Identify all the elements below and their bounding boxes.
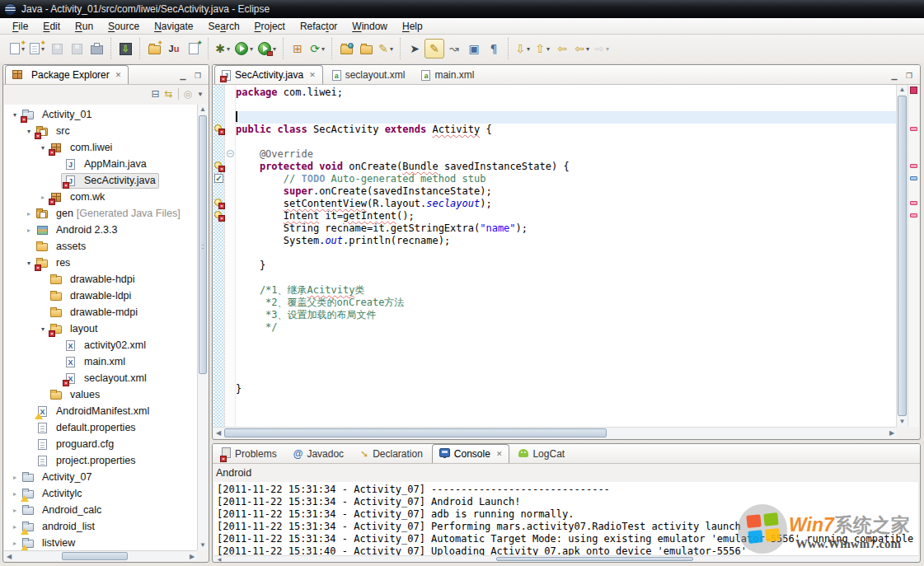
tree-item-drawable-ldpi[interactable]: drawable-ldpi bbox=[4, 288, 197, 304]
scrollbar-thumb[interactable] bbox=[62, 552, 128, 560]
task-overview-marker[interactable] bbox=[910, 176, 917, 180]
minimize-icon[interactable]: ▁ bbox=[889, 71, 900, 81]
tree-item-assets[interactable]: assets bbox=[4, 238, 197, 255]
open-task-icon[interactable] bbox=[336, 39, 356, 58]
menu-search[interactable]: Search bbox=[201, 19, 247, 34]
close-icon[interactable]: ✕ bbox=[496, 450, 503, 458]
scrollbar-thumb[interactable] bbox=[898, 96, 907, 416]
error-lightbulb-icon[interactable]: × bbox=[213, 198, 225, 209]
filters-icon[interactable]: ◎ bbox=[184, 88, 192, 100]
tree-item-drawable-mdpi[interactable]: drawable-mdpi bbox=[4, 304, 197, 320]
tree-item-res[interactable]: ▾×res bbox=[4, 255, 197, 271]
new-java-package-icon[interactable]: ✦ bbox=[144, 39, 164, 58]
error-lightbulb-icon[interactable]: × bbox=[213, 161, 225, 172]
show-source-icon[interactable]: ↝ bbox=[444, 39, 464, 58]
scroll-left-icon[interactable]: ◀ bbox=[214, 556, 224, 562]
junit-icon[interactable]: Ju bbox=[164, 39, 184, 58]
tree-item-main-xml[interactable]: Xmain.xml bbox=[4, 353, 197, 370]
scroll-down-icon[interactable]: ▼ bbox=[198, 540, 208, 550]
task-check-icon[interactable]: ✓ bbox=[213, 173, 225, 185]
tree-item-gen[interactable]: ▸gen [Generated Java Files] bbox=[4, 205, 197, 222]
scroll-down-icon[interactable]: ▼ bbox=[897, 417, 908, 427]
menu-source[interactable]: Source bbox=[101, 19, 147, 34]
menu-refactor[interactable]: Refactor bbox=[293, 19, 345, 34]
tree-item-android-2-3-3[interactable]: ▸Android 2.3.3 bbox=[4, 222, 197, 238]
menu-run[interactable]: Run bbox=[68, 19, 101, 34]
expand-arrow-icon[interactable]: ▸ bbox=[25, 210, 33, 218]
tree-item-activity02-xml[interactable]: Xactivity02.xml bbox=[4, 337, 197, 353]
scroll-left-icon[interactable]: ◀ bbox=[4, 551, 14, 561]
forward-icon[interactable]: ⇨▾ bbox=[592, 39, 612, 58]
console-tab-console[interactable]: Console✕ bbox=[432, 444, 510, 463]
console-tab-declaration[interactable]: ➘Declaration bbox=[353, 444, 430, 463]
editor-tab-secactivity-java[interactable]: J×SecActivity.java✕ bbox=[214, 65, 323, 84]
debug-icon[interactable]: ✱▾ bbox=[213, 39, 232, 58]
view-menu-icon[interactable]: ▼ bbox=[197, 91, 204, 98]
tree-item-layout[interactable]: ▾×layout bbox=[4, 320, 197, 337]
new-wizard-icon[interactable]: ✦▾ bbox=[7, 39, 27, 58]
tree-item-com-liwei[interactable]: ▾×com.liwei bbox=[4, 139, 197, 156]
scroll-up-icon[interactable]: ▲ bbox=[897, 85, 908, 95]
tree-item-appmain-java[interactable]: JAppMain.java bbox=[4, 156, 197, 172]
fold-collapse-icon[interactable]: − bbox=[227, 150, 234, 157]
scrollbar-thumb[interactable] bbox=[496, 557, 693, 561]
tree-item-androidmanifest-xml[interactable]: XAndroidManifest.xml bbox=[4, 403, 197, 419]
maximize-icon[interactable]: ❐ bbox=[903, 71, 915, 81]
expand-arrow-icon[interactable]: ▸ bbox=[11, 474, 19, 481]
minimize-icon[interactable]: ▁ bbox=[177, 71, 189, 81]
error-overview-marker[interactable] bbox=[910, 127, 917, 131]
error-overview-marker[interactable] bbox=[910, 164, 917, 168]
error-lightbulb-icon[interactable]: × bbox=[213, 124, 225, 135]
expand-arrow-icon[interactable]: ▸ bbox=[11, 490, 19, 498]
collapse-arrow-icon[interactable]: ▾ bbox=[25, 128, 33, 135]
tree-item-android-list[interactable]: ▸android_list bbox=[4, 518, 197, 535]
refresh-icon[interactable]: ⟳▾ bbox=[307, 39, 327, 58]
project-tree[interactable]: ▾×Activity_01▾×src▾×com.liweiJAppMain.ja… bbox=[4, 105, 197, 550]
tree-item-android-calc[interactable]: ▸Android_calc bbox=[4, 502, 197, 518]
expand-arrow-icon[interactable]: ▸ bbox=[11, 540, 19, 547]
toggle-step-filters-icon[interactable]: ➤ bbox=[405, 39, 424, 58]
last-edit-location-icon[interactable]: ⇦ bbox=[552, 39, 572, 58]
collapse-arrow-icon[interactable]: ▾ bbox=[25, 260, 33, 267]
expand-arrow-icon[interactable]: ▸ bbox=[25, 227, 33, 234]
console-output[interactable]: [2011-11-22 15:31:34 - Activity_07] ----… bbox=[214, 482, 918, 555]
external-tools-icon[interactable]: ▾ bbox=[256, 39, 279, 58]
tree-item-com-wk[interactable]: ▸×com.wk bbox=[4, 189, 197, 205]
tree-item-activity-07[interactable]: ▸Activity_07 bbox=[4, 469, 197, 485]
collapse-arrow-icon[interactable]: ▾ bbox=[11, 111, 19, 119]
save-icon[interactable] bbox=[47, 39, 67, 58]
error-overview-marker[interactable] bbox=[910, 201, 917, 205]
menu-project[interactable]: Project bbox=[247, 19, 293, 34]
editor-tab-seclayout-xml[interactable]: aseclayout.xml bbox=[325, 65, 413, 84]
previous-annotation-icon[interactable]: ⇧▾ bbox=[532, 39, 552, 58]
console-tab-javadoc[interactable]: @Javadoc bbox=[286, 444, 351, 463]
tree-item-proguard-cfg[interactable]: proguard.cfg bbox=[4, 436, 197, 452]
collapse-arrow-icon[interactable]: ▾ bbox=[39, 325, 47, 333]
tree-item-seclayout-xml[interactable]: X×seclayout.xml bbox=[4, 370, 197, 386]
tree-item-drawable-hdpi[interactable]: drawable-hdpi bbox=[4, 271, 197, 288]
next-annotation-icon[interactable]: ⇩▾ bbox=[513, 39, 532, 58]
console-tab-logcat[interactable]: LogCat bbox=[511, 444, 572, 463]
tree-item-activitylc[interactable]: ▸Activitylc bbox=[4, 485, 197, 502]
open-folder-icon[interactable] bbox=[356, 39, 376, 58]
scroll-up-icon[interactable]: ▲ bbox=[198, 105, 208, 115]
error-overview-marker[interactable] bbox=[910, 213, 917, 218]
open-perspective-icon[interactable]: ⊞ bbox=[288, 39, 307, 58]
menu-edit[interactable]: Edit bbox=[35, 19, 68, 34]
new-menu-icon[interactable]: ✦▾ bbox=[27, 39, 47, 58]
new-class-icon[interactable]: ✦ bbox=[184, 39, 204, 58]
show-whitespace-icon[interactable]: ¶ bbox=[484, 39, 504, 58]
save-all-icon[interactable] bbox=[67, 39, 87, 58]
close-icon[interactable]: ✕ bbox=[309, 71, 316, 79]
link-with-editor-icon[interactable]: ⇆ bbox=[165, 88, 173, 100]
menu-help[interactable]: Help bbox=[395, 19, 430, 34]
tree-item-values[interactable]: values bbox=[4, 386, 197, 403]
tree-item-activity-01[interactable]: ▾×Activity_01 bbox=[4, 106, 197, 123]
expand-arrow-icon[interactable]: ▸ bbox=[11, 507, 19, 514]
android-sdk-manager-icon[interactable]: ⇩ bbox=[115, 39, 135, 58]
show-outline-icon[interactable]: ▣ bbox=[464, 39, 484, 58]
collapse-arrow-icon[interactable]: ▾ bbox=[39, 144, 47, 152]
expand-arrow-icon[interactable]: ▸ bbox=[11, 523, 19, 531]
tree-item-default-properties[interactable]: default.properties bbox=[4, 419, 197, 436]
close-icon[interactable]: ✕ bbox=[115, 71, 122, 79]
